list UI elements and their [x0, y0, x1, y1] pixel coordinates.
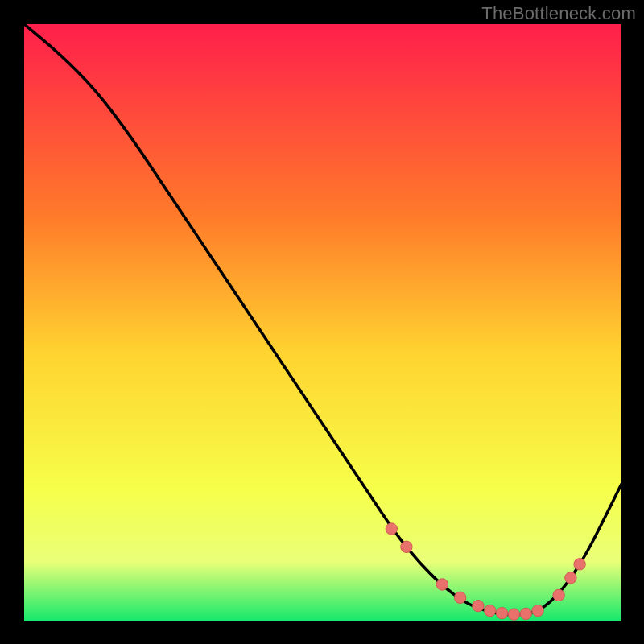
chart-svg — [24, 24, 621, 621]
chart-frame: TheBottleneck.com — [0, 0, 644, 644]
marker-point — [565, 572, 576, 584]
marker-point — [485, 605, 496, 616]
marker-point — [520, 608, 531, 619]
marker-point — [455, 592, 466, 603]
marker-point — [473, 601, 484, 612]
marker-point — [532, 605, 543, 616]
watermark-text: TheBottleneck.com — [481, 3, 636, 24]
marker-point — [401, 541, 412, 552]
marker-point — [553, 589, 564, 601]
marker-point — [508, 609, 519, 620]
marker-point — [574, 559, 585, 570]
plot-area — [24, 24, 621, 621]
marker-point — [496, 607, 507, 618]
marker-point — [436, 579, 448, 590]
marker-point — [386, 523, 397, 535]
